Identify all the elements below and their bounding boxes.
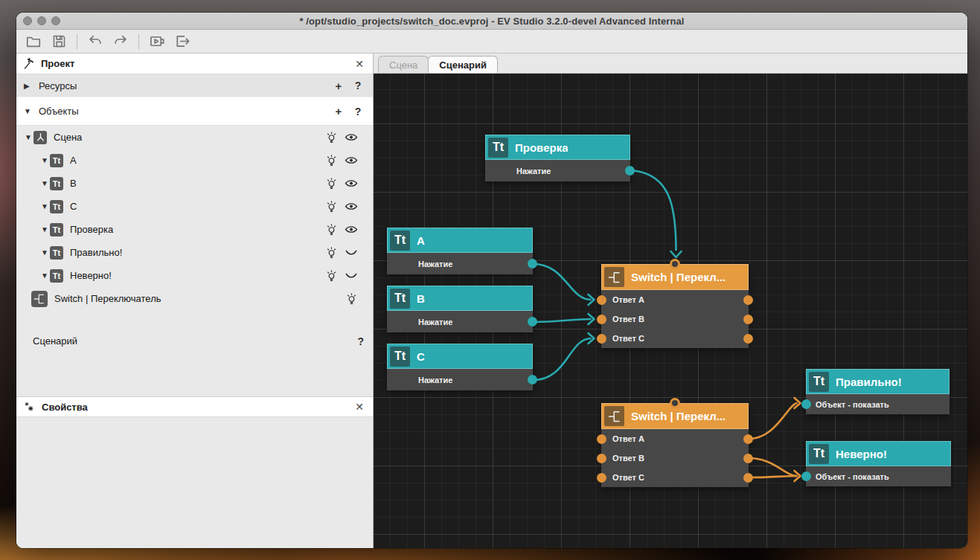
output-port[interactable] [743, 473, 753, 483]
tree-row-proverka[interactable]: ▼ Tt Проверка [16, 218, 373, 241]
node-proverka[interactable]: Tt Проверка Нажатие [485, 135, 630, 181]
tree-row-pravilno[interactable]: ▼ Tt Правильно! [16, 241, 373, 264]
node-neverno[interactable]: Tt Неверно! Объект - показать [806, 441, 951, 486]
redo-button[interactable] [111, 33, 130, 51]
lightbulb-icon[interactable] [325, 177, 338, 190]
node-c[interactable]: Tt C Нажатие [387, 344, 533, 390]
input-port[interactable] [597, 473, 606, 483]
objects-section-row[interactable]: ▼ Объекты + ? [16, 97, 373, 126]
open-project-button[interactable] [24, 33, 43, 51]
chevron-down-icon[interactable]: ▼ [41, 225, 48, 234]
input-port[interactable] [801, 399, 811, 409]
output-port[interactable] [528, 317, 537, 326]
text-object-icon: Tt [390, 289, 410, 309]
undo-button[interactable] [86, 33, 105, 51]
lightbulb-icon[interactable] [325, 223, 338, 236]
input-port[interactable] [597, 454, 606, 463]
tree-row-a[interactable]: ▼ Tt A [16, 149, 373, 172]
chevron-down-icon[interactable]: ▼ [41, 179, 48, 187]
scenario-row[interactable]: Сценарий ? [16, 329, 373, 353]
tree-item-label: Проверка [70, 224, 325, 235]
node-graph-canvas[interactable]: Tt Проверка Нажатие Tt A [374, 74, 967, 548]
output-port[interactable] [743, 315, 753, 324]
tree-row-scene[interactable]: ▼ Сцена [16, 126, 373, 149]
text-object-icon: Tt [390, 231, 410, 251]
tree-row-b[interactable]: ▼ Tt B [16, 172, 373, 195]
window-title: * /opt/studio_projects/switch_doc.evproj… [16, 16, 967, 27]
input-port[interactable] [597, 434, 606, 444]
text-object-icon: Tt [50, 269, 63, 283]
lightbulb-icon[interactable] [325, 131, 338, 144]
eye-open-icon[interactable] [345, 178, 358, 188]
node-switch-2[interactable]: Switch | Перекл... Ответ A Ответ B [601, 403, 749, 487]
preview-scene-button[interactable] [147, 33, 167, 51]
save-button[interactable] [49, 33, 68, 51]
tree-item-label: B [70, 178, 325, 189]
tree-item-label: Switch | Переключатель [54, 293, 345, 304]
node-title: Проверка [515, 141, 568, 154]
toolbar-separator [138, 34, 139, 49]
eye-closed-icon[interactable] [345, 248, 358, 257]
node-pravilno[interactable]: Tt Правильно! Объект - показать [806, 369, 949, 414]
add-object-button[interactable]: + [333, 105, 345, 118]
output-port[interactable] [625, 166, 635, 176]
save-icon [51, 33, 67, 49]
chevron-down-icon[interactable]: ▼ [41, 202, 48, 210]
chevron-right-icon[interactable]: ▶ [24, 82, 31, 90]
lightbulb-icon[interactable] [325, 246, 338, 260]
add-resource-button[interactable]: + [333, 80, 345, 92]
text-object-icon: Tt [809, 444, 829, 464]
eye-open-icon[interactable] [345, 132, 358, 142]
tab-scene[interactable]: Сцена [378, 56, 429, 73]
scenario-label: Сценарий [33, 335, 357, 347]
close-icon[interactable]: ✕ [355, 402, 364, 412]
output-port[interactable] [528, 259, 537, 268]
chevron-down-icon[interactable]: ▼ [41, 271, 48, 280]
output-port[interactable] [743, 334, 753, 344]
tree-row-switch[interactable]: Switch | Переключатель [16, 287, 373, 310]
node-title: Неверно! [836, 448, 887, 460]
node-b[interactable]: Tt B Нажатие [387, 286, 533, 332]
chevron-down-icon[interactable]: ▼ [41, 248, 48, 257]
export-button[interactable] [173, 33, 192, 51]
input-port[interactable] [597, 315, 606, 324]
event-row: Нажатие [387, 253, 533, 274]
output-port[interactable] [743, 295, 753, 305]
lightbulb-icon[interactable] [345, 292, 358, 306]
input-port[interactable] [597, 334, 606, 344]
scenario-help-button[interactable]: ? [357, 335, 364, 347]
input-port-top[interactable] [670, 259, 680, 269]
answer-row: Ответ A [601, 429, 749, 448]
input-port-top[interactable] [670, 398, 680, 408]
output-port[interactable] [743, 434, 753, 444]
tree-row-c[interactable]: ▼ Tt C [16, 195, 373, 218]
eye-open-icon[interactable] [345, 155, 358, 165]
objects-help-button[interactable]: ? [352, 106, 364, 118]
node-a[interactable]: Tt A Нажатие [387, 228, 533, 274]
chevron-down-icon[interactable]: ▼ [24, 107, 31, 115]
resources-section-row[interactable]: ▶ Ресурсы + ? [16, 74, 373, 97]
tab-scenario[interactable]: Сценарий [428, 56, 498, 73]
resources-label: Ресурсы [39, 80, 325, 91]
eye-closed-icon[interactable] [345, 271, 358, 280]
input-port[interactable] [597, 295, 606, 305]
chevron-down-icon[interactable]: ▼ [41, 156, 48, 164]
lightbulb-icon[interactable] [325, 269, 338, 283]
objects-tree: ▼ Сцена ▼ Tt A [16, 126, 373, 353]
close-icon[interactable]: ✕ [355, 59, 364, 69]
resources-help-button[interactable]: ? [352, 80, 364, 91]
input-port[interactable] [801, 472, 811, 481]
eye-open-icon[interactable] [345, 225, 358, 234]
lightbulb-icon[interactable] [325, 200, 338, 213]
lightbulb-icon[interactable] [325, 154, 338, 167]
node-switch-1[interactable]: Switch | Перекл... Ответ A Ответ B [601, 264, 749, 348]
tree-row-neverno[interactable]: ▼ Tt Неверно! [16, 264, 373, 287]
eye-open-icon[interactable] [345, 202, 358, 211]
output-port[interactable] [743, 454, 753, 463]
redo-icon [112, 33, 129, 50]
chevron-down-icon[interactable]: ▼ [25, 133, 32, 141]
output-port[interactable] [528, 375, 537, 384]
project-panel: Проект ✕ ▶ Ресурсы + ? ▼ Объекты + ? ▼ [16, 54, 374, 548]
properties-panel-body [16, 417, 373, 548]
project-panel-title: Проект [41, 58, 349, 69]
